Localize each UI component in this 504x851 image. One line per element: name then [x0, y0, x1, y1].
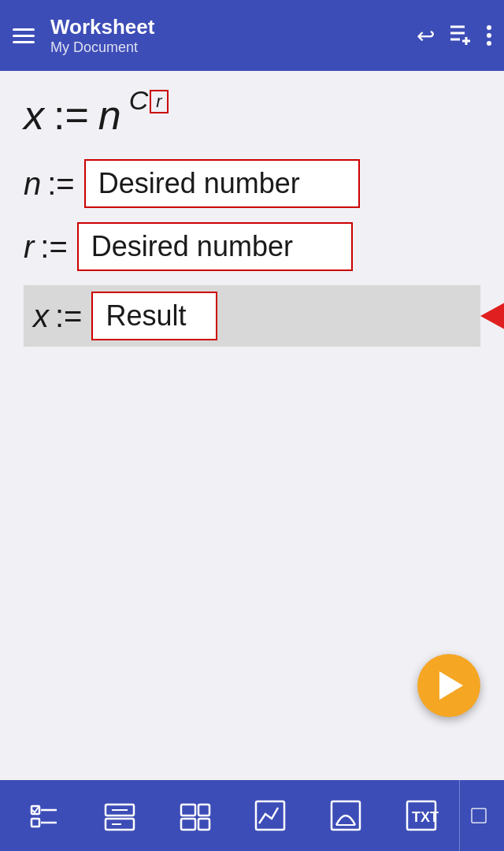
arrow-indicator [480, 299, 504, 333]
svg-rect-17 [256, 801, 284, 830]
svg-rect-13 [181, 805, 195, 816]
toolbar-checklist[interactable] [6, 780, 82, 851]
result-row: x := Result [24, 285, 480, 347]
toolbar-plot[interactable] [308, 780, 384, 851]
formula-x: x [24, 95, 44, 136]
var-r-assign: := [40, 229, 67, 265]
var-n-assign: := [47, 166, 74, 202]
bottom-toolbar: TXT [0, 780, 504, 851]
svg-rect-16 [198, 819, 209, 830]
variable-n-row: n := Desired number [24, 159, 480, 208]
main-content: x := n C r n := Desired number r := Desi… [0, 71, 504, 780]
app-title: Worksheet [50, 15, 417, 39]
toolbar-graph[interactable] [233, 780, 309, 851]
result-x-label: x [33, 299, 49, 334]
svg-rect-22 [472, 808, 486, 823]
toolbar-assignment[interactable] [158, 780, 233, 851]
add-button[interactable] [449, 21, 472, 50]
toolbar-input-block[interactable] [82, 780, 158, 851]
arrow-head-icon [480, 299, 504, 333]
svg-text:TXT: TXT [412, 809, 439, 825]
variable-rows: n := Desired number r := Desired number … [24, 159, 480, 347]
variable-r-row: r := Desired number [24, 222, 480, 271]
undo-button[interactable]: ↩ [417, 23, 435, 49]
menu-button[interactable] [13, 28, 35, 43]
more-options-button[interactable] [487, 24, 491, 47]
var-r-input[interactable]: Desired number [77, 222, 353, 271]
header: Worksheet My Document ↩ [0, 0, 504, 71]
svg-rect-15 [181, 819, 195, 830]
svg-rect-14 [198, 805, 209, 816]
var-n-label: n [24, 166, 41, 202]
run-fab-button[interactable] [417, 654, 480, 717]
toolbar-text[interactable]: TXT [384, 780, 459, 851]
svg-rect-7 [32, 819, 39, 827]
var-n-input[interactable]: Desired number [84, 159, 360, 208]
formula-subscript: C r [129, 87, 169, 113]
formula-n: n [98, 95, 121, 136]
formula-r[interactable]: r [150, 90, 168, 113]
formula-expression: x := n C r [24, 95, 480, 136]
var-r-label: r [24, 229, 34, 265]
result-value: Result [91, 292, 217, 340]
result-assign: := [55, 299, 82, 334]
formula-assign: := [54, 95, 89, 136]
formula-c: C [129, 87, 149, 113]
play-icon [439, 671, 463, 700]
formula-display: x := n C r [24, 95, 480, 136]
header-actions: ↩ [417, 21, 491, 50]
toolbar-more[interactable] [459, 780, 498, 851]
header-title-block: Worksheet My Document [50, 15, 417, 56]
document-name: My Document [50, 39, 417, 56]
